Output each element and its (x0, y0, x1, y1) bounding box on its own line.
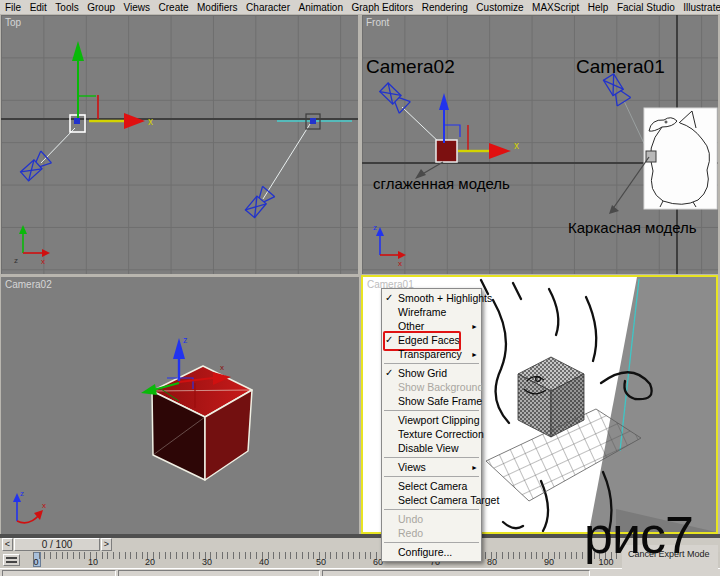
tripod-z-label: z (14, 256, 18, 265)
mini-curve-editor-icon[interactable] (3, 554, 20, 566)
viewport-camera02-label: Camera02 (5, 279, 52, 290)
time-slider-handle[interactable]: 0 / 100 (14, 538, 100, 551)
menu-customize[interactable]: Customize (476, 2, 523, 13)
status-segment (118, 570, 320, 576)
camera-icon[interactable] (244, 186, 275, 218)
menu-rendering[interactable]: Rendering (422, 2, 468, 13)
camera-target-line (263, 124, 310, 199)
status-segment (322, 570, 590, 576)
viewport-area: Top x (0, 14, 720, 536)
checkmark-icon: ✓ (385, 333, 393, 347)
checkmark-icon: ✓ (385, 291, 393, 305)
context-menu-label: Viewport Clipping (398, 414, 480, 426)
context-menu-item-smooth-highlights[interactable]: ✓Smooth + Highlights (382, 291, 481, 305)
context-menu-item-show-grid[interactable]: ✓Show Grid (382, 366, 481, 380)
annotation-smoothed-model: сглаженная модель (373, 175, 510, 192)
menu-help[interactable]: Help (588, 2, 609, 13)
gizmo-plane-handle (444, 125, 460, 137)
gizmo-x-arrowhead (489, 143, 511, 159)
context-menu-label: Texture Correction (398, 428, 484, 440)
gizmo-x-label: x (220, 363, 224, 372)
annotation-camera01: Camera01 (576, 56, 665, 78)
context-menu-label: Disable View (398, 442, 459, 454)
tripod-x-label: x (41, 257, 45, 266)
context-menu-label: Views (398, 461, 426, 473)
menu-character[interactable]: Character (246, 2, 290, 13)
menu-maxscript[interactable]: MAXScript (532, 2, 579, 13)
track-bar-number: 30 (202, 557, 212, 567)
gizmo-x-label: x (514, 140, 519, 151)
camera-target-icon[interactable] (74, 118, 80, 124)
context-menu-item-show-safe-frame[interactable]: Show Safe Frame (382, 394, 481, 408)
context-menu-item-show-background: Show Background (382, 380, 481, 394)
context-menu-label: Show Grid (398, 367, 447, 379)
track-bar-number: 50 (316, 557, 326, 567)
tripod-z-label: z (373, 223, 377, 232)
track-bar-number: 40 (259, 557, 269, 567)
menu-facial-studio[interactable]: Facial Studio (617, 2, 675, 13)
context-menu-label: Smooth + Highlights (398, 292, 492, 304)
backdrop-edge (589, 277, 716, 532)
camera-target-icon[interactable] (310, 118, 316, 124)
context-menu-item-texture-correction[interactable]: Texture Correction (382, 427, 481, 441)
viewport-top[interactable]: Top x (1, 15, 358, 274)
context-menu-label: Redo (398, 527, 423, 539)
viewport-camera02[interactable]: Camera02 (1, 277, 359, 534)
prev-frame-button[interactable]: < (2, 538, 13, 551)
tripod-x-label: x (398, 259, 402, 268)
smoothed-model-object[interactable] (436, 140, 457, 162)
context-menu-item-redo: Redo (382, 526, 481, 540)
viewport-camera02-canvas: z x z x (1, 277, 359, 534)
menu-graph-editors[interactable]: Graph Editors (351, 2, 413, 13)
track-bar-number: 80 (487, 557, 497, 567)
menu-group[interactable]: Group (87, 2, 115, 13)
context-menu-item-edged-faces[interactable]: ✓Edged Faces (382, 333, 481, 347)
viewport-context-menu: ✓Smooth + HighlightsWireframeOther►✓Edge… (381, 288, 482, 562)
red-cube-object[interactable] (152, 366, 252, 480)
context-menu-label: Other (398, 320, 424, 332)
context-menu-label: Undo (398, 513, 423, 525)
context-menu-label: Show Background (398, 381, 483, 393)
context-menu-label: Select Camera Target (398, 494, 499, 506)
menu-animation[interactable]: Animation (299, 2, 343, 13)
menu-modifiers[interactable]: Modifiers (197, 2, 238, 13)
context-menu-item-other[interactable]: Other► (382, 319, 481, 333)
viewport-top-label: Top (5, 17, 21, 28)
context-menu-item-select-camera[interactable]: Select Camera (382, 479, 481, 493)
gizmo-z-arrowhead (439, 93, 449, 110)
submenu-arrow-icon: ► (471, 320, 478, 334)
context-menu-label: Configure... (398, 546, 452, 558)
menu-edit[interactable]: Edit (30, 2, 47, 13)
camera-icon[interactable] (19, 151, 51, 182)
context-menu-label: Select Camera (398, 480, 467, 492)
annotation-arrow-wireframe (609, 157, 649, 214)
context-menu-item-views[interactable]: Views► (382, 460, 481, 474)
menu-create[interactable]: Create (159, 2, 189, 13)
context-menu-item-configure[interactable]: Configure... (382, 545, 481, 559)
checkmark-icon: ✓ (385, 366, 393, 380)
viewport-front[interactable]: Front (362, 15, 718, 274)
menu-file[interactable]: File (5, 2, 21, 13)
track-bar-number: 20 (145, 557, 155, 567)
menu-separator (384, 410, 479, 411)
track-bar-number: 90 (544, 557, 554, 567)
menu-separator (384, 542, 479, 543)
axis-tripod: z x (13, 489, 46, 523)
axis-tripod: z x (14, 225, 50, 266)
axis-tripod: z x (373, 223, 406, 268)
menu-tools[interactable]: Tools (55, 2, 78, 13)
status-segment (2, 570, 116, 576)
context-menu-item-select-camera-target[interactable]: Select Camera Target (382, 493, 481, 507)
track-bar-number: 10 (88, 557, 98, 567)
next-frame-button[interactable]: > (101, 538, 112, 551)
camera-icon[interactable] (378, 82, 410, 114)
context-menu-item-disable-view[interactable]: Disable View (382, 441, 481, 455)
menu-views[interactable]: Views (124, 2, 151, 13)
context-menu-item-wireframe[interactable]: Wireframe (382, 305, 481, 319)
menu-separator (384, 509, 479, 510)
context-menu-label: Edged Faces (398, 334, 460, 346)
context-menu-item-viewport-clipping[interactable]: Viewport Clipping (382, 413, 481, 427)
menu-illustrate[interactable]: Illustrate! (683, 2, 720, 13)
context-menu-item-transparency[interactable]: Transparency► (382, 347, 481, 361)
camera-target-box[interactable] (646, 151, 656, 162)
